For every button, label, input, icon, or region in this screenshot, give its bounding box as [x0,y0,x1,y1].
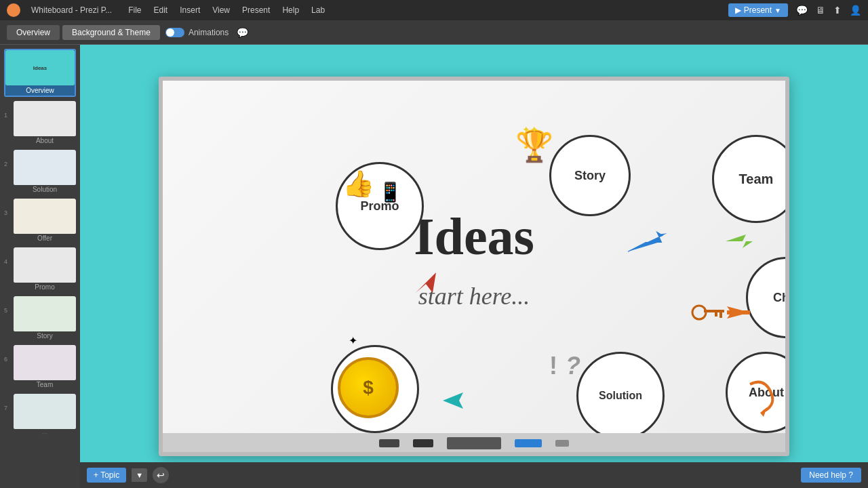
add-topic-dropdown[interactable]: ▼ [132,468,147,482]
menu-view[interactable]: View [207,4,235,16]
cyan-arrow-icon [429,389,467,415]
toolbar: Overview Background & Theme Animations 💬 [0,20,868,45]
play-icon: ▶ [735,5,741,15]
ideas-text: Ideas [414,206,534,267]
canvas-area[interactable]: Ideas start here... Promo Story Team Cha… [80,45,868,488]
menu-present[interactable]: Present [237,4,275,16]
marker-blue [515,439,542,447]
bottom-bar: + Topic ▼ ↩ Need help ? [80,462,868,488]
tab-bg-theme[interactable]: Background & Theme [62,25,160,40]
slide-num-4: 4 [4,258,7,265]
team-circle[interactable]: Team [712,135,789,223]
slide-7-thumbnail [14,394,76,429]
svg-rect-6 [715,312,717,317]
menu-edit[interactable]: Edit [149,4,174,16]
back-button[interactable]: ↩ [153,467,169,483]
story-circle[interactable]: Story [549,135,631,216]
top-menubar: Whiteboard - Prezi P... File Edit Insert… [0,0,868,20]
tab-overview[interactable]: Overview [7,25,60,40]
svg-rect-8 [727,310,750,314]
sidebar-item-3[interactable]: 3 Offer [14,199,76,243]
slide-2-label: Solution [14,185,76,195]
eraser [447,437,501,449]
screen-icon[interactable]: 🖥 [816,5,825,16]
sidebar-item-1[interactable]: 1 About [14,101,76,146]
blue-arrow-icon [617,218,671,275]
present-button[interactable]: ▶ Present ▼ [728,3,788,17]
slide-5-thumbnail [14,296,76,331]
slide-num-1: 1 [4,112,7,119]
whiteboard-ledge [163,433,785,453]
slide-1-thumbnail [14,101,76,136]
sidebar: Ideas Overview 1 About 2 Solution 3 [0,45,80,488]
menu-file[interactable]: File [123,4,146,16]
need-help-button[interactable]: Need help ? [801,468,861,483]
story-label: Story [574,169,606,183]
paper-plane-icon [412,269,439,299]
sidebar-item-4[interactable]: 4 Promo [14,247,76,292]
coin-icon: $ [338,357,399,418]
app-logo [7,3,20,17]
solution-label: Solution [599,390,642,402]
slide-4-label: Promo [14,283,76,292]
key-arrow-group [689,301,770,327]
svg-marker-11 [443,392,463,409]
menu-insert[interactable]: Insert [174,4,205,16]
team-label: Team [739,171,774,187]
present-dropdown-arrow: ▼ [774,7,781,14]
slide-3-thumbnail [14,199,76,234]
svg-marker-9 [760,407,767,417]
sidebar-item-2[interactable]: 2 Solution [14,150,76,195]
overview-label: Overview [5,85,75,96]
svg-rect-5 [719,312,722,318]
question-marks-icon: ? [566,352,580,380]
animations-label: Animations [189,28,229,37]
share-icon[interactable]: ⬆ [833,5,842,16]
user-icon[interactable]: 👤 [850,5,861,16]
phone-icon: 📱 [378,181,402,203]
slide-num-7: 7 [4,405,7,411]
svg-marker-0 [628,225,665,262]
menu-help[interactable]: Help [277,4,304,16]
add-topic-button[interactable]: + Topic [87,468,126,483]
slide-6-label: Team [14,380,76,390]
svg-marker-10 [416,272,436,293]
slide-1-label: About [14,136,76,146]
overview-thumbnail: Ideas [5,50,75,85]
solution-circle[interactable]: Solution [576,352,665,440]
svg-rect-4 [704,310,724,312]
present-btn-label: Present [744,5,772,15]
slide-5-label: Story [14,331,76,341]
trophy-sparkle: ✦✦ [522,124,538,135]
marker-dark [413,439,433,447]
sidebar-item-6[interactable]: 6 Team [14,345,76,390]
slide-num-5: 5 [4,307,7,314]
thumbs-up-icon: 👍 [342,169,374,199]
green-arrow-icon [722,231,756,254]
slide-num-2: 2 [4,161,7,167]
marker-gray [555,440,569,447]
whiteboard[interactable]: Ideas start here... Promo Story Team Cha… [159,77,789,456]
slide-3-label: Offer [14,234,76,243]
whiteboard-inner: Ideas start here... Promo Story Team Cha… [163,81,785,452]
sidebar-item-5[interactable]: 5 Story [14,296,76,341]
exclamation-icon: ! [549,352,557,380]
slide-num-3: 3 [4,209,7,216]
sparkle-icon: ✦ [349,334,357,347]
slide-6-thumbnail [14,345,76,380]
sidebar-item-7[interactable]: 7 ··· [14,394,76,439]
curl-arrow-icon [743,378,784,421]
sidebar-item-overview[interactable]: Ideas Overview [4,49,76,97]
menu-lab[interactable]: Lab [306,4,330,16]
slide-2-thumbnail [14,150,76,185]
animations-toggle[interactable] [165,28,184,37]
app-title: Whiteboard - Prezi P... [31,5,112,15]
toolbar-comment-icon[interactable]: 💬 [237,27,248,38]
chat-label: Chat [773,291,789,305]
slide-num-6: 6 [4,356,7,363]
main-area: Ideas Overview 1 About 2 Solution 3 [0,45,868,488]
comment-icon[interactable]: 💬 [796,5,808,16]
slide-4-thumbnail [14,247,76,283]
menu-items: File Edit Insert View Present Help Lab [123,4,717,16]
animations-toggle-wrap: Animations [165,28,229,37]
